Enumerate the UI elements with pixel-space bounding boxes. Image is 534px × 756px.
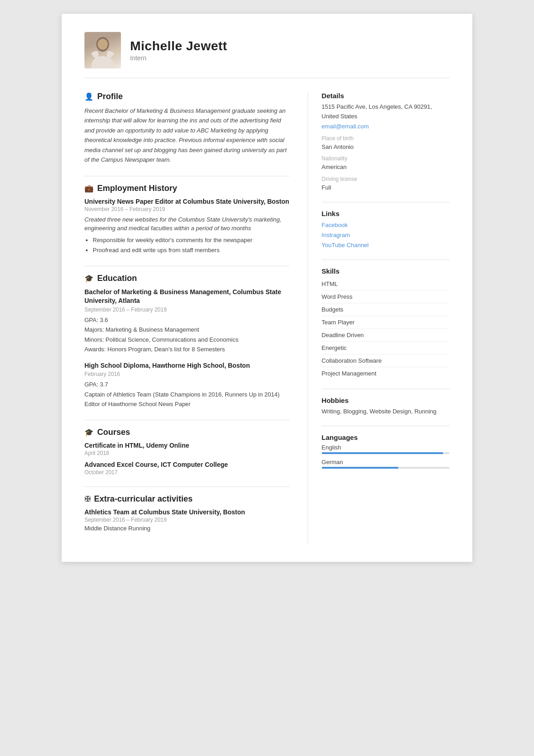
skills-heading: Skills bbox=[322, 267, 450, 275]
courses-title: 🎓 Courses bbox=[84, 428, 289, 437]
left-column: 👤 Profile Recent Bachelor of Marketing &… bbox=[84, 92, 289, 544]
details-address: 1515 Pacific Ave, Los Angeles, CA 90291,… bbox=[322, 102, 450, 122]
extra-block-1: Athletics Team at Columbus State Univers… bbox=[84, 508, 289, 532]
profile-text: Recent Bachelor of Marketing & Business … bbox=[84, 106, 289, 165]
skill-7: Project Management bbox=[322, 367, 450, 380]
extra-section: ✠ Extra-curricular activities Athletics … bbox=[84, 494, 289, 532]
links-section: Links Facebook Instragram YouTube Channe… bbox=[322, 210, 450, 250]
nationality-value: American bbox=[322, 163, 450, 172]
svg-point-1 bbox=[98, 39, 108, 50]
place-of-birth-label: Place of birth bbox=[322, 135, 450, 142]
edu-detail-1-0: GPA: 3.6 bbox=[84, 316, 289, 325]
employment-title: 💼 Employment History bbox=[84, 184, 289, 193]
skill-1: Word Press bbox=[322, 291, 450, 303]
details-section: Details 1515 Pacific Ave, Los Angeles, C… bbox=[322, 92, 450, 193]
skill-2: Budgets bbox=[322, 303, 450, 316]
link-youtube[interactable]: YouTube Channel bbox=[322, 240, 450, 250]
skill-0: HTML bbox=[322, 278, 450, 291]
extra-activity-detail: Middle Distance Running bbox=[84, 525, 289, 532]
job-title: University News Paper Editor at Columbus… bbox=[84, 198, 289, 205]
edu-title-2: High School Diploma, Hawthorne High Scho… bbox=[84, 361, 289, 370]
edu-detail-1-1: Majors: Marketing & Business Management bbox=[84, 325, 289, 334]
nationality-label: Nationality bbox=[322, 155, 450, 162]
links-heading: Links bbox=[322, 210, 450, 217]
hobbies-section: Hobbies Writing, Blogging, Website Desig… bbox=[322, 397, 450, 417]
skills-section: Skills HTML Word Press Budgets Team Play… bbox=[322, 267, 450, 380]
employment-section: 💼 Employment History University News Pap… bbox=[84, 184, 289, 255]
skill-4: Deadline Driven bbox=[322, 329, 450, 342]
edu-block-1: Bachelor of Marketing & Business Managem… bbox=[84, 288, 289, 354]
course-block-1: Certificate in HTML, Udemy Online April … bbox=[84, 442, 289, 456]
right-column: Details 1515 Pacific Ave, Los Angeles, C… bbox=[308, 92, 450, 544]
lang-name-0: English bbox=[322, 444, 450, 451]
candidate-subtitle: Intern bbox=[130, 54, 227, 62]
education-icon: 🎓 bbox=[84, 274, 94, 283]
hobbies-text: Writing, Blogging, Website Design, Runni… bbox=[322, 407, 450, 417]
extra-activity-date: September 2016 – February 2019 bbox=[84, 517, 289, 523]
courses-section: 🎓 Courses Certificate in HTML, Udemy Onl… bbox=[84, 428, 289, 476]
edu-detail-1-3: Awards: Honors Program, Dean's list for … bbox=[84, 345, 289, 354]
lang-bar-fill-0 bbox=[322, 452, 443, 454]
course-block-2: Advanced Excel Course, ICT Computer Coll… bbox=[84, 461, 289, 476]
languages-heading: Languages bbox=[322, 434, 450, 441]
lang-name-1: German bbox=[322, 459, 450, 465]
skill-3: Team Player bbox=[322, 316, 450, 329]
profile-section: 👤 Profile Recent Bachelor of Marketing &… bbox=[84, 92, 289, 165]
skill-6: Collaboration Software bbox=[322, 354, 450, 367]
lang-item-1: German bbox=[322, 459, 450, 469]
courses-icon: 🎓 bbox=[84, 428, 94, 437]
course-title-2: Advanced Excel Course, ICT Computer Coll… bbox=[84, 461, 289, 468]
lang-bar-bg-1 bbox=[322, 467, 450, 469]
profile-icon: 👤 bbox=[84, 92, 94, 101]
lang-bar-bg-0 bbox=[322, 452, 450, 454]
driving-value: Full bbox=[322, 183, 450, 193]
profile-title: 👤 Profile bbox=[84, 92, 289, 101]
job-bullets: Responsible for weekly editor's comments… bbox=[84, 236, 289, 255]
languages-section: Languages English German bbox=[322, 434, 450, 469]
edu-block-2: High School Diploma, Hawthorne High Scho… bbox=[84, 361, 289, 409]
link-facebook[interactable]: Facebook bbox=[322, 220, 450, 230]
header: Michelle Jewett Intern bbox=[84, 32, 450, 78]
edu-title-1: Bachelor of Marketing & Business Managem… bbox=[84, 288, 289, 306]
job-block: University News Paper Editor at Columbus… bbox=[84, 198, 289, 255]
driving-label: Driving license bbox=[322, 176, 450, 182]
edu-detail-1-2: Minors: Political Science, Communication… bbox=[84, 335, 289, 344]
lang-item-0: English bbox=[322, 444, 450, 454]
place-of-birth-value: San Antonio bbox=[322, 143, 450, 152]
edu-date-2: February 2016 bbox=[84, 371, 289, 377]
link-instagram[interactable]: Instragram bbox=[322, 230, 450, 240]
edu-date-1: September 2016 – February 2019 bbox=[84, 307, 289, 313]
employment-icon: 💼 bbox=[84, 184, 94, 193]
extra-activity-title: Athletics Team at Columbus State Univers… bbox=[84, 508, 289, 516]
edu-detail-2-0: GPA: 3.7 bbox=[84, 380, 289, 389]
course-title-1: Certificate in HTML, Udemy Online bbox=[84, 442, 289, 449]
resume-page: Michelle Jewett Intern 👤 Profile Recent … bbox=[62, 14, 472, 562]
bullet-2: Proofread and edit write ups from staff … bbox=[93, 246, 289, 255]
avatar bbox=[84, 32, 121, 69]
content: 👤 Profile Recent Bachelor of Marketing &… bbox=[84, 92, 450, 544]
candidate-name: Michelle Jewett bbox=[130, 39, 227, 53]
education-section: 🎓 Education Bachelor of Marketing & Busi… bbox=[84, 274, 289, 409]
hobbies-heading: Hobbies bbox=[322, 397, 450, 404]
extra-title: ✠ Extra-curricular activities bbox=[84, 494, 289, 504]
details-heading: Details bbox=[322, 92, 450, 100]
header-info: Michelle Jewett Intern bbox=[130, 39, 227, 62]
extra-icon: ✠ bbox=[84, 495, 90, 503]
job-desc: Created three new websites for the Colum… bbox=[84, 215, 289, 233]
education-title: 🎓 Education bbox=[84, 274, 289, 283]
edu-detail-2-2: Editor of Hawthorne School News Paper bbox=[84, 400, 289, 409]
details-email[interactable]: email@email.com bbox=[322, 122, 450, 132]
course-date-2: October 2017 bbox=[84, 469, 289, 476]
lang-bar-fill-1 bbox=[322, 467, 398, 469]
job-date: November 2016 – February 2019 bbox=[84, 206, 289, 212]
course-date-1: April 2018 bbox=[84, 450, 289, 456]
skill-5: Energetic bbox=[322, 342, 450, 354]
bullet-1: Responsible for weekly editor's comments… bbox=[93, 236, 289, 245]
edu-detail-2-1: Captain of Athletics Team (State Champio… bbox=[84, 390, 289, 399]
